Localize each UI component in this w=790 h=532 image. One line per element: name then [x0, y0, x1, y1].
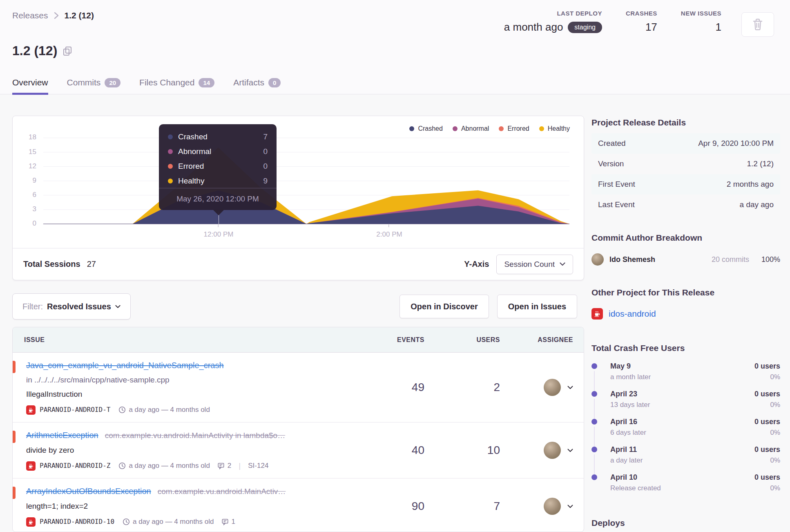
detail-label: First Event — [598, 180, 635, 189]
timeline-percent: 0% — [754, 429, 780, 437]
timeline-connector — [594, 454, 595, 476]
timeline-percent: 0% — [754, 456, 780, 465]
tab-artifacts-count-badge: 0 — [268, 78, 281, 87]
issue-title-link[interactable]: Java_com_example_vu_android_NativeSample… — [26, 360, 224, 371]
comments-count: 2 — [228, 461, 231, 471]
y-axis-select[interactable]: Session Count — [496, 255, 573, 274]
issue-users-count: 2 — [424, 381, 500, 394]
tooltip-errored-label: Errored — [178, 162, 258, 171]
issue-events-count: 90 — [371, 500, 424, 513]
timeline-dot-icon — [591, 447, 597, 452]
sessions-chart-card: 0369121518 12:00 PM2:00 PM Crashed Abnor… — [12, 116, 584, 280]
environment-badge: staging — [568, 22, 602, 33]
issue-age: a day ago — 4 months old — [129, 461, 210, 471]
tab-artifacts[interactable]: Artifacts 0 — [233, 78, 281, 94]
open-in-issues-button[interactable]: Open in Issues — [497, 295, 577, 318]
column-header-events: EVENTS — [371, 336, 424, 344]
release-details-list: Created Apr 9, 2020 10:00 PM Version 1.2… — [591, 133, 780, 215]
issue-users-count: 7 — [424, 500, 500, 513]
legend-errored-label: Errored — [507, 125, 529, 132]
meta-divider: | — [239, 461, 241, 471]
author-commit-count: 20 commits — [712, 255, 749, 264]
open-in-discover-button[interactable]: Open in Discover — [399, 295, 489, 318]
issues-table: ISSUE EVENTS USERS ASSIGNEE Java_com_exa… — [12, 327, 584, 532]
legend-item-abnormal[interactable]: Abnormal — [453, 125, 489, 132]
detail-value: a day ago — [740, 200, 774, 209]
issue-row: Java_com_example_vu_android_NativeSample… — [13, 353, 584, 422]
assignee-dropdown[interactable] — [500, 442, 584, 459]
timeline-users: 0 users — [754, 445, 780, 454]
project-avatar-icon — [591, 308, 603, 320]
comments-icon — [221, 518, 229, 525]
crashed-legend-dot — [409, 126, 414, 131]
breadcrumb-current: 1.2 (12) — [65, 11, 94, 20]
issue-message: IllegalInstruction — [26, 389, 371, 399]
project-slug: PARANOID-ANDROID-10 — [40, 517, 114, 527]
tab-files-changed[interactable]: Files Changed 14 — [139, 78, 214, 94]
other-project-link[interactable]: idos-android — [609, 309, 656, 319]
legend-item-crashed[interactable]: Crashed — [409, 125, 442, 132]
timeline-dot-icon — [591, 391, 597, 397]
y-axis-selector-label: Y-Axis — [464, 259, 489, 269]
error-level-indicator — [13, 431, 16, 443]
detail-row-version: Version 1.2 (12) — [591, 154, 780, 174]
detail-label: Last Event — [598, 200, 635, 209]
issue-row: ArrayIndexOutOfBoundsException com.examp… — [13, 478, 584, 532]
author-name: Ido Shemesh — [609, 255, 712, 264]
legend-crashed-label: Crashed — [418, 125, 442, 132]
issues-filter-dropdown[interactable]: Filter: Resolved Issues — [12, 293, 131, 320]
tab-commits[interactable]: Commits 20 — [67, 78, 121, 94]
assignee-dropdown[interactable] — [500, 379, 584, 396]
timeline-connector — [594, 399, 595, 420]
error-level-indicator — [13, 487, 16, 499]
other-project-section: Other Project for This Release idos-andr… — [591, 288, 780, 320]
stat-last-deploy: LAST DEPLOY a month ago staging — [504, 10, 602, 34]
filter-selected-value: Resolved Issues — [47, 302, 111, 311]
chevron-down-icon — [115, 305, 121, 308]
chart-tooltip: Crashed 7 Abnormal 0 Errored 0 — [159, 124, 277, 210]
tab-commits-label: Commits — [67, 78, 101, 87]
legend-item-healthy[interactable]: Healthy — [539, 125, 570, 132]
last-deploy-value: a month ago — [504, 21, 563, 34]
tooltip-healthy-dot — [168, 179, 173, 183]
tooltip-crashed-value: 7 — [263, 132, 268, 141]
chart-footer: Total Sessions 27 Y-Axis Session Count — [13, 248, 584, 280]
crashes-value: 17 — [645, 21, 657, 34]
issue-title-link[interactable]: ArithmeticException — [26, 430, 98, 440]
column-header-users: USERS — [424, 336, 500, 344]
deploys-heading: Deploys — [591, 518, 780, 528]
issue-users-count: 10 — [424, 444, 500, 457]
page-header: Releases 1.2 (12) LAST DEPLOY a month ag… — [0, 0, 790, 94]
project-avatar-icon — [26, 405, 36, 415]
other-project-heading: Other Project for This Release — [591, 288, 780, 297]
breadcrumb: Releases 1.2 (12) — [12, 11, 94, 20]
total-sessions-value: 27 — [87, 259, 96, 269]
tooltip-abnormal-dot — [168, 149, 173, 154]
copy-icon[interactable] — [63, 46, 72, 56]
tab-overview[interactable]: Overview — [12, 78, 48, 94]
timeline-users: 0 users — [754, 362, 780, 371]
detail-row-created: Created Apr 9, 2020 10:00 PM — [591, 133, 780, 154]
assignee-dropdown[interactable] — [500, 498, 584, 515]
issue-age: a day ago — 4 months old — [133, 517, 214, 527]
issue-title-link[interactable]: ArrayIndexOutOfBoundsException — [26, 486, 151, 496]
header-stats: LAST DEPLOY a month ago staging CRASHES … — [504, 10, 721, 34]
tooltip-abnormal-value: 0 — [263, 147, 268, 156]
project-slug: PARANOID-ANDROID-Z — [40, 461, 110, 471]
tab-bar: Overview Commits 20 Files Changed 14 Art… — [12, 78, 281, 94]
assignee-avatar — [544, 498, 561, 515]
assignee-avatar — [544, 379, 561, 396]
issue-row: ArithmeticException com.example.vu.andro… — [13, 422, 584, 478]
project-slug: PARANOID-ANDROID-T — [40, 405, 110, 415]
timeline-entry: April 11 a day later 0 users 0% — [591, 445, 780, 473]
legend-item-errored[interactable]: Errored — [499, 125, 529, 132]
tab-files-changed-label: Files Changed — [139, 78, 194, 87]
issue-age: a day ago — 4 months old — [129, 405, 210, 415]
author-commit-percent: 100% — [761, 255, 780, 264]
detail-label: Version — [598, 159, 624, 168]
filter-label: Filter: — [22, 302, 43, 311]
detail-label: Created — [598, 139, 626, 148]
breadcrumb-releases-link[interactable]: Releases — [12, 11, 48, 20]
delete-release-button[interactable] — [741, 12, 774, 37]
sessions-chart[interactable]: 0369121518 12:00 PM2:00 PM Crashed Abnor… — [13, 116, 584, 249]
